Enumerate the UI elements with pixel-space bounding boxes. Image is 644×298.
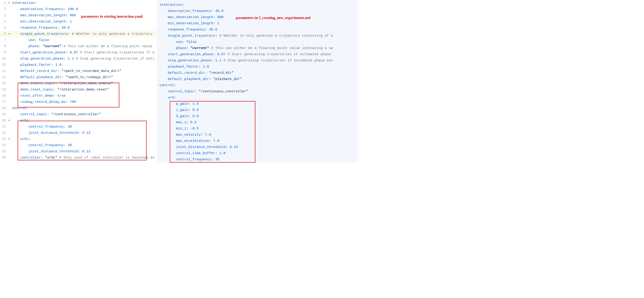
yaml-value: "current" [190,46,209,50]
yaml-value: false [186,40,196,44]
line-number: 12 [0,68,7,74]
yaml-value: 0.07 [70,51,78,54]
yaml-value: 30 [215,157,219,161]
yaml-key: ur5l [20,119,28,123]
yaml-comment: # Start generating trajectories if e [78,51,154,54]
code-content: control_topic: "/continuous_controller" [157,88,248,95]
code-content: use: false [157,39,196,45]
line-number: 15 [0,87,7,93]
code-content: response_frequency: 30.0 [11,25,70,31]
yaml-key: joint_distance_threshold [28,149,78,153]
code-content: joint_distance_threshold: 0.13 [157,144,238,150]
yaml-key: default_record_dir [20,69,57,73]
yaml-key: control_frequency [28,125,64,129]
yaml-key: response_frequency [168,28,205,32]
code-content: stop_generation_phase: 1.1 # Stop genera… [11,56,154,62]
code-content: default_playback_dir: "<path_to_rosbags_… [11,74,113,80]
yaml-key: min_i [176,127,186,131]
yaml-value: 1.1 [68,57,74,61]
yaml-key: min_observation_length [168,21,213,25]
code-content: use: false [11,37,49,43]
code-line: 12 default_record_dir: "<path_to_recorde… [0,68,157,74]
code-line: 22 joint_distance_threshold: 0.13 [0,130,157,136]
code-line: max_acceleration: 7.0 [157,138,358,144]
code-content: control: [157,82,176,88]
code-content: demo_status_topic: "/interaction_demo_st… [11,80,113,87]
yaml-key: i_gain [176,108,188,112]
code-content: phase: "current" # This can either be a … [11,43,152,49]
line-number: 16 [0,93,7,99]
annotation-right: parameters in 5_creating_new_experiments… [236,16,310,20]
line-number: 19 [0,111,7,118]
code-content: observation_frequency: 40.0 [157,8,224,14]
code-line: i_gain: 0.0 [157,107,358,113]
yaml-value: 7.0 [213,139,219,143]
yaml-key: ur5c [20,137,28,141]
yaml-key: rosbag_record_delay_ms [20,100,66,104]
yaml-value: "<path_to_rosbags_dir>" [66,75,113,79]
code-content: ur5c: [11,136,30,142]
yaml-key: demo_reset_topic [20,88,53,92]
code-content: start_generation_phase: 0.07 # Start gen… [11,49,154,56]
fold-toggle[interactable]: ▼ [7,31,11,37]
yaml-comment: # Stop generating trajectories if estima… [222,59,333,63]
yaml-comment: # Whether to only generate a trajectory … [219,34,333,38]
yaml-value: 30 [68,125,72,129]
yaml-value: "current" [43,44,62,48]
code-content: default_record_dir: "<path_to_recorded_d… [11,68,121,74]
code-content: max_acceleration: 7.0 [157,138,219,144]
yaml-key: interaction [160,3,182,7]
yaml-value: 700 [70,100,76,104]
code-content: reset_after_demo: true [11,93,66,99]
code-content: max_observation_length: 800 [11,12,76,18]
code-content: max_i: 0.5 [157,119,196,126]
yaml-value: 0.13 [82,149,90,153]
code-line: min_i: -0.5 [157,126,358,132]
code-line: p_gain: 1.5 [157,101,358,107]
line-number: 5 [0,25,7,31]
code-line: 8 phase: "current" # This can either be … [0,43,157,49]
code-content: single_point_trajectory: # Whether to on… [11,31,152,37]
line-number: 24 [0,142,7,149]
fold-toggle[interactable]: ▼ [7,118,11,124]
code-content: control_topic: "/continuous_controller" [11,111,101,118]
line-number: 9 [0,49,7,56]
code-line: 20▼ ur5l: [0,118,157,124]
code-line: 18control: [0,105,157,111]
yaml-key: control_frequency [176,157,211,161]
code-content: phase: "current" # This can either be a … [157,45,333,51]
yaml-key: phase [28,44,39,48]
code-line: control_frequency: 30 [157,156,358,163]
yaml-value: 1 [217,21,219,25]
yaml-key: control_time_buffer [176,151,215,155]
yaml-comment: # Stop generating trajectories if esti [74,57,154,61]
code-line: observation_frequency: 40.0 [157,8,358,14]
fold-toggle[interactable]: ▼ [7,136,11,142]
yaml-value: true [57,94,66,98]
code-line: 5 response_frequency: 30.0 [0,25,157,31]
code-content: joint_distance_threshold: 0.13 [11,130,90,136]
yaml-key: response_frequency [20,26,57,30]
yaml-value: 0.13 [82,131,90,135]
yaml-key: use [176,40,182,44]
line-number: 11 [0,62,7,68]
yaml-value: 0.0 [192,108,199,112]
yaml-key: observation_frequency [20,7,64,11]
code-line: max_i: 0.5 [157,119,358,126]
code-line: 1▼interaction: [0,0,157,6]
yaml-key: demo_status_topic [20,82,55,85]
code-line: joint_distance_threshold: 0.13 [157,144,358,150]
yaml-key: default_playback_dir [168,77,209,81]
yaml-comment: # This can either be a floating point va… [209,46,333,50]
yaml-key: playback_factor [168,65,199,69]
code-line: 17 rosbag_record_delay_ms: 700 [0,99,157,105]
yaml-key: playback_factor [20,63,51,67]
yaml-value: 1 [70,20,72,24]
line-number: 26 [0,154,7,161]
code-line: 15 demo_reset_topic: "/interaction_demo_… [0,87,157,93]
code-line: default_record_dir: "record_dir" [157,70,358,76]
yaml-value: "ur5c" [45,156,57,160]
code-line: 24 control_frequency: 30 [0,142,157,149]
yaml-key: stop_generation_phase [20,57,64,61]
fold-toggle[interactable]: ▼ [7,0,11,6]
